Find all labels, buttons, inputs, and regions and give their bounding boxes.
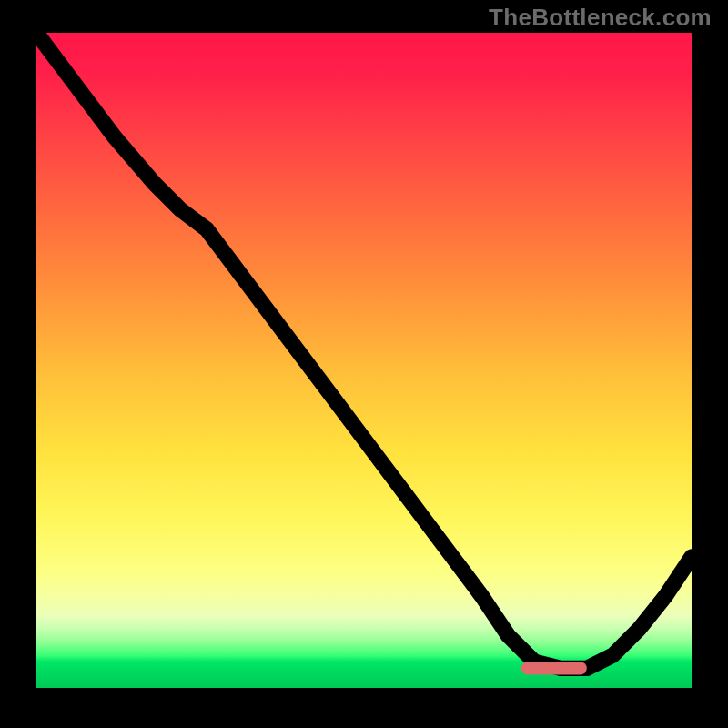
bottleneck-curve: [36, 33, 692, 668]
optimal-marker: [521, 662, 587, 674]
plot-area: [36, 33, 692, 688]
plot-svg: [36, 33, 692, 688]
watermark-text: TheBottleneck.com: [489, 4, 712, 32]
chart-frame: TheBottleneck.com: [0, 0, 728, 728]
